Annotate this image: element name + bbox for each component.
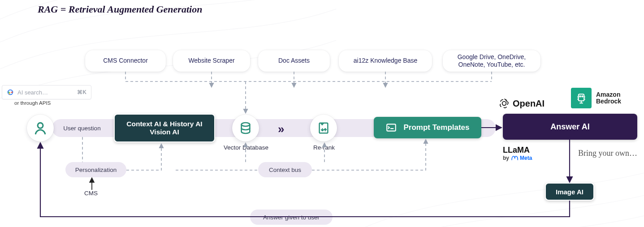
svg-rect-3 — [320, 123, 328, 133]
prompt-templates-label: Prompt Templates — [403, 123, 469, 132]
meta-icon — [511, 154, 518, 162]
personalization-label: Personalization — [75, 167, 117, 173]
search-placeholder: AI search… — [17, 89, 48, 96]
source-label: Doc Assets — [278, 57, 310, 65]
svg-rect-6 — [579, 94, 584, 101]
user-circle — [27, 115, 54, 141]
cms-label: CMS — [84, 190, 98, 197]
image-ai-label: Image AI — [556, 188, 583, 196]
svg-point-2 — [242, 123, 250, 126]
rerank-label: Re-rank — [310, 144, 338, 151]
chevrons-icon: » — [278, 122, 282, 136]
google-logo-icon — [7, 89, 14, 96]
svg-rect-4 — [387, 124, 396, 131]
bg-swoosh-right — [330, 57, 644, 227]
answer-to-user-pill: Answer given to user — [250, 210, 333, 225]
source-cms-connector: CMS Connector — [85, 50, 166, 72]
provider-openai: OpenAI — [498, 98, 545, 109]
prompt-templates-box: Prompt Templates — [374, 117, 481, 138]
source-label: CMS Connector — [103, 57, 148, 65]
database-icon — [238, 121, 253, 135]
user-question-pill: User question — [54, 120, 110, 136]
svg-point-1 — [38, 123, 43, 128]
provider-llama: LLaMA by Meta — [503, 146, 532, 162]
provider-bedrock: AmazonBedrock — [571, 88, 621, 108]
bedrock-label: AmazonBedrock — [596, 91, 621, 105]
search-subtext: or through APIS — [14, 100, 51, 106]
context-ai-line2: Vision AI — [150, 128, 179, 136]
answer-ai-box: Answer AI — [503, 114, 637, 140]
diagram-title: RAG = Retrieval Augmented Generation — [38, 4, 202, 15]
context-bus-pill: Context bus — [258, 162, 312, 177]
rerank-icon — [317, 121, 330, 135]
user-question-label: User question — [63, 125, 100, 132]
bedrock-icon — [571, 88, 592, 108]
vector-db-circle — [232, 115, 259, 141]
search-shortcut: ⌘K — [77, 89, 86, 95]
source-cloud-drives: Google Drive, OneDrive, OneNote, YouTube… — [443, 50, 540, 72]
openai-icon — [498, 98, 510, 109]
source-label: ai12z Knowledge Base — [354, 57, 417, 65]
template-icon — [385, 122, 397, 133]
user-icon — [33, 120, 48, 136]
image-ai-box: Image AI — [545, 183, 594, 201]
answer-ai-label: Answer AI — [550, 122, 589, 132]
svg-point-7 — [579, 96, 581, 97]
source-doc-assets: Doc Assets — [258, 50, 330, 72]
byo-label: Bring your own… — [578, 149, 637, 158]
svg-point-5 — [502, 102, 506, 106]
source-label: Website Scraper — [188, 57, 234, 65]
answer-to-user-label: Answer given to user — [263, 214, 320, 221]
rerank-circle — [310, 115, 337, 141]
context-ai-box: Context AI & History AI Vision AI — [114, 114, 215, 142]
openai-label: OpenAI — [513, 99, 545, 109]
vector-db-label: Vector Database — [221, 144, 271, 151]
svg-point-8 — [582, 96, 583, 97]
source-label: Google Drive, OneDrive, OneNote, YouTube… — [453, 53, 531, 69]
context-ai-line1: Context AI & History AI — [126, 120, 202, 128]
personalization-pill: Personalization — [65, 162, 126, 177]
source-knowledge-base: ai12z Knowledge Base — [339, 50, 432, 72]
ai-search-box[interactable]: AI search… ⌘K — [2, 85, 91, 99]
source-website-scraper: Website Scraper — [173, 50, 250, 72]
context-bus-label: Context bus — [269, 167, 301, 173]
